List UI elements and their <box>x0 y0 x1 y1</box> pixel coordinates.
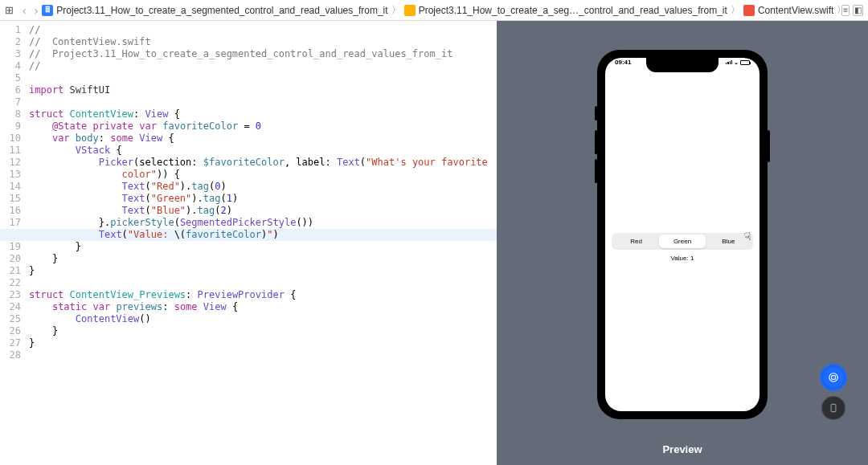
related-items-icon[interactable]: ⊞ <box>5 4 14 16</box>
line-gutter: 1234567891011121314151617181920212223242… <box>0 21 26 361</box>
device-notch <box>646 58 719 72</box>
code-line[interactable]: Picker(selection: $favoriteColor, label:… <box>29 157 497 169</box>
code-line[interactable]: static var previews: some View { <box>29 301 497 313</box>
code-line[interactable]: var body: some View { <box>29 133 497 145</box>
code-line[interactable]: @State private var favoriteColor = 0 <box>29 120 497 133</box>
code-line[interactable]: } <box>29 337 497 349</box>
nav-forward-icon[interactable]: › <box>35 4 39 17</box>
breadcrumb-bar: ⊞ ‹ › ≣Project3.11_How_to_create_a_segme… <box>0 0 868 21</box>
code-line[interactable]: } <box>29 253 497 265</box>
code-line[interactable]: Text("Blue").tag(2) <box>29 205 497 217</box>
status-time: 09:41 <box>615 59 631 66</box>
wifi-icon: ⌄ <box>734 59 739 66</box>
value-label: Value: 1 <box>612 255 753 262</box>
code-line[interactable] <box>29 72 497 84</box>
editor-layout-icon[interactable]: ≡ <box>841 5 850 16</box>
code-line[interactable]: // <box>29 60 497 72</box>
code-line[interactable]: Text("Value: \(favoriteColor)") <box>0 229 497 241</box>
code-line[interactable]: Text("Red").tag(0) <box>29 181 497 193</box>
nav-back-icon[interactable]: ‹ <box>23 4 27 17</box>
svg-rect-1 <box>832 376 836 380</box>
svg-point-0 <box>829 373 838 382</box>
file-icon: ≣ <box>42 5 53 16</box>
code-line[interactable]: } <box>29 265 497 277</box>
code-line[interactable]: color")) { <box>29 169 497 181</box>
code-line[interactable]: Text("Green").tag(1) <box>29 193 497 205</box>
editor-layout-icons[interactable]: ≡ ◧ <box>841 5 863 16</box>
code-line[interactable]: struct ContentView: View { <box>29 108 497 120</box>
breadcrumb-label: Project3.11_How_to_create_a_seg…_control… <box>419 5 727 16</box>
code-line[interactable] <box>29 349 497 361</box>
segmented-control[interactable]: RedGreenBlue <box>612 233 753 250</box>
file-icon <box>743 5 755 16</box>
code-line[interactable]: // <box>29 24 497 36</box>
signal-icon <box>726 60 732 64</box>
breadcrumb-item[interactable]: ContentView.swift <box>743 5 834 16</box>
segment-green[interactable]: Green <box>659 235 705 248</box>
code-line[interactable] <box>29 96 497 108</box>
code-line[interactable]: // ContentView.swift <box>29 36 497 48</box>
code-line[interactable]: import SwiftUI <box>29 84 497 96</box>
segment-red[interactable]: Red <box>613 235 659 248</box>
code-line[interactable]: } <box>29 241 497 253</box>
preview-label: Preview <box>497 443 868 455</box>
code-line[interactable]: struct ContentView_Previews: PreviewProv… <box>29 289 497 301</box>
editor-layout-split-icon[interactable]: ◧ <box>853 5 863 16</box>
breadcrumb-item[interactable]: Project3.11_How_to_create_a_seg…_control… <box>404 5 727 16</box>
breadcrumb-item[interactable]: ≣Project3.11_How_to_create_a_segmented_c… <box>42 5 387 16</box>
simulator-screen[interactable]: 09:41 ⌄ RedGreenBlue Value: 1 ☟ <box>605 58 760 411</box>
code-line[interactable]: }.pickerStyle(SegmentedPickerStyle()) <box>29 217 497 229</box>
code-line[interactable]: // Project3.11_How_to_create_a_segmented… <box>29 48 497 60</box>
code-area[interactable]: //// ContentView.swift// Project3.11_How… <box>29 21 497 361</box>
cursor-icon: ☟ <box>743 229 753 243</box>
breadcrumb-label: ContentView.swift <box>758 5 834 16</box>
file-icon <box>404 5 416 16</box>
live-preview-button[interactable] <box>821 365 845 390</box>
code-line[interactable]: } <box>29 325 497 337</box>
code-editor[interactable]: 1234567891011121314151617181920212223242… <box>0 21 497 465</box>
svg-rect-2 <box>831 404 836 411</box>
preview-device-button[interactable] <box>821 396 845 420</box>
code-line[interactable]: VStack { <box>29 145 497 157</box>
battery-icon <box>740 60 750 65</box>
preview-canvas[interactable]: 09:41 ⌄ RedGreenBlue Value: 1 ☟ <box>497 21 868 465</box>
code-line[interactable]: ContentView() <box>29 313 497 325</box>
code-line[interactable] <box>29 277 497 289</box>
breadcrumb-label: Project3.11_How_to_create_a_segmented_co… <box>56 5 387 16</box>
simulator-frame: 09:41 ⌄ RedGreenBlue Value: 1 ☟ <box>597 50 768 419</box>
